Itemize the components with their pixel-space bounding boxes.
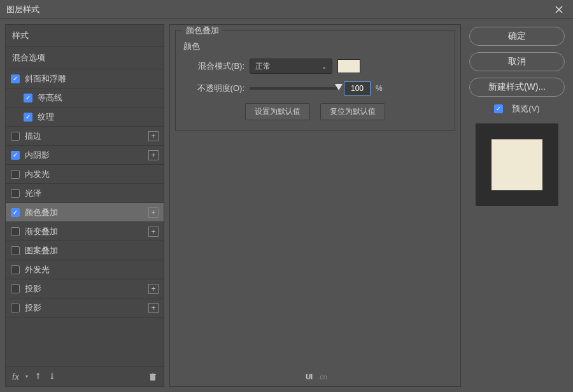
color-section-label: 颜色 bbox=[183, 41, 447, 52]
checkbox-icon[interactable] bbox=[24, 94, 32, 102]
action-panel: 确定 取消 新建样式(W)... 预览(V) bbox=[466, 24, 568, 387]
preview-swatch bbox=[492, 139, 542, 190]
blend-options-header[interactable]: 混合选项 bbox=[6, 47, 164, 69]
style-label: 等高线 bbox=[38, 92, 62, 104]
add-effect-icon[interactable]: + bbox=[148, 150, 159, 160]
slider-thumb-icon[interactable] bbox=[335, 84, 343, 90]
style-label: 描边 bbox=[25, 130, 41, 142]
blend-mode-label: 混合模式(B): bbox=[183, 60, 244, 72]
add-effect-icon[interactable]: + bbox=[148, 227, 159, 237]
ui-badge: UI bbox=[303, 372, 315, 381]
style-label: 内发光 bbox=[25, 169, 50, 180]
color-overlay-group: 颜色叠加 颜色 混合模式(B): 正常 ⌄ 不透明度(O): bbox=[175, 30, 455, 131]
checkbox-icon[interactable] bbox=[11, 246, 20, 255]
style-item-stroke[interactable]: 描边 + bbox=[6, 127, 164, 146]
dialog-title: 图层样式 bbox=[6, 4, 39, 15]
checkbox-icon[interactable] bbox=[11, 227, 20, 236]
checkbox-icon[interactable] bbox=[11, 189, 20, 198]
style-item-drop-shadow[interactable]: 投影 + bbox=[6, 279, 164, 298]
checkbox-icon[interactable] bbox=[11, 304, 20, 312]
style-item-pattern-overlay[interactable]: 图案叠加 bbox=[6, 241, 164, 260]
move-up-icon[interactable]: 🠕 bbox=[34, 372, 42, 381]
blend-mode-select[interactable]: 正常 ⌄ bbox=[250, 59, 332, 74]
checkbox-icon[interactable] bbox=[11, 74, 20, 83]
style-item-satin[interactable]: 光泽 bbox=[6, 184, 164, 203]
blend-mode-value: 正常 bbox=[255, 61, 271, 72]
style-label: 颜色叠加 bbox=[25, 207, 58, 218]
add-effect-icon[interactable]: + bbox=[148, 207, 159, 218]
fx-menu-icon[interactable]: fx bbox=[12, 372, 19, 382]
style-label: 外发光 bbox=[25, 264, 50, 276]
new-style-button[interactable]: 新建样式(W)... bbox=[469, 78, 565, 97]
color-swatch[interactable] bbox=[337, 59, 360, 73]
settings-panel: 颜色叠加 颜色 混合模式(B): 正常 ⌄ 不透明度(O): bbox=[169, 24, 461, 387]
styles-panel: 样式 混合选项 斜面和浮雕 等高线 纹理 描边 + bbox=[5, 24, 164, 387]
chevron-down-icon: ⌄ bbox=[322, 63, 327, 70]
checkbox-icon[interactable] bbox=[11, 151, 20, 160]
style-item-outer-glow[interactable]: 外发光 bbox=[6, 260, 164, 279]
style-label: 内阴影 bbox=[25, 150, 50, 161]
add-effect-icon[interactable]: + bbox=[148, 131, 159, 141]
styles-footer: fx ▾ 🠕 🠗 bbox=[6, 366, 164, 386]
preview-toggle[interactable]: 预览(V) bbox=[494, 103, 539, 115]
checkbox-icon[interactable] bbox=[11, 208, 20, 217]
group-title: 颜色叠加 bbox=[182, 25, 223, 36]
style-item-texture[interactable]: 纹理 bbox=[6, 108, 164, 127]
fx-dropdown-icon[interactable]: ▾ bbox=[25, 374, 28, 379]
opacity-label: 不透明度(O): bbox=[183, 83, 244, 94]
checkbox-icon[interactable] bbox=[24, 113, 32, 122]
reset-default-button[interactable]: 复位为默认值 bbox=[320, 103, 385, 120]
checkbox-icon[interactable] bbox=[11, 132, 20, 141]
cancel-button[interactable]: 取消 bbox=[469, 52, 565, 71]
style-item-drop-shadow-2[interactable]: 投影 + bbox=[6, 298, 164, 318]
style-item-gradient-overlay[interactable]: 渐变叠加 + bbox=[6, 222, 164, 241]
add-effect-icon[interactable]: + bbox=[148, 303, 159, 313]
watermark-text: .cn bbox=[318, 373, 327, 381]
styles-header[interactable]: 样式 bbox=[6, 25, 164, 47]
add-effect-icon[interactable]: + bbox=[148, 284, 159, 294]
titlebar: 图层样式 bbox=[0, 0, 573, 19]
watermark: UI .cn bbox=[303, 372, 327, 381]
style-item-contour[interactable]: 等高线 bbox=[6, 88, 164, 108]
checkbox-icon[interactable] bbox=[494, 104, 503, 113]
style-item-inner-shadow[interactable]: 内阴影 + bbox=[6, 146, 164, 165]
trash-icon[interactable] bbox=[148, 372, 157, 381]
set-default-button[interactable]: 设置为默认值 bbox=[245, 103, 310, 120]
style-label: 光泽 bbox=[25, 188, 41, 199]
style-item-color-overlay[interactable]: 颜色叠加 + bbox=[6, 203, 164, 222]
style-item-inner-glow[interactable]: 内发光 bbox=[6, 165, 164, 184]
style-label: 投影 bbox=[25, 283, 41, 295]
checkbox-icon[interactable] bbox=[11, 170, 20, 179]
style-item-bevel[interactable]: 斜面和浮雕 bbox=[6, 69, 164, 88]
opacity-unit: % bbox=[376, 84, 383, 93]
style-label: 斜面和浮雕 bbox=[25, 73, 66, 85]
close-icon bbox=[555, 6, 563, 13]
style-label: 图案叠加 bbox=[25, 245, 58, 256]
preview-box bbox=[476, 123, 558, 206]
move-down-icon[interactable]: 🠗 bbox=[48, 372, 56, 381]
preview-label: 预览(V) bbox=[512, 103, 539, 115]
opacity-slider[interactable] bbox=[250, 87, 339, 90]
style-label: 纹理 bbox=[38, 111, 54, 123]
checkbox-icon[interactable] bbox=[11, 284, 20, 293]
ok-button[interactable]: 确定 bbox=[469, 27, 565, 46]
opacity-input[interactable] bbox=[344, 81, 371, 95]
style-label: 投影 bbox=[25, 302, 41, 314]
checkbox-icon[interactable] bbox=[11, 265, 20, 274]
close-button[interactable] bbox=[551, 2, 567, 17]
style-label: 渐变叠加 bbox=[25, 226, 58, 237]
